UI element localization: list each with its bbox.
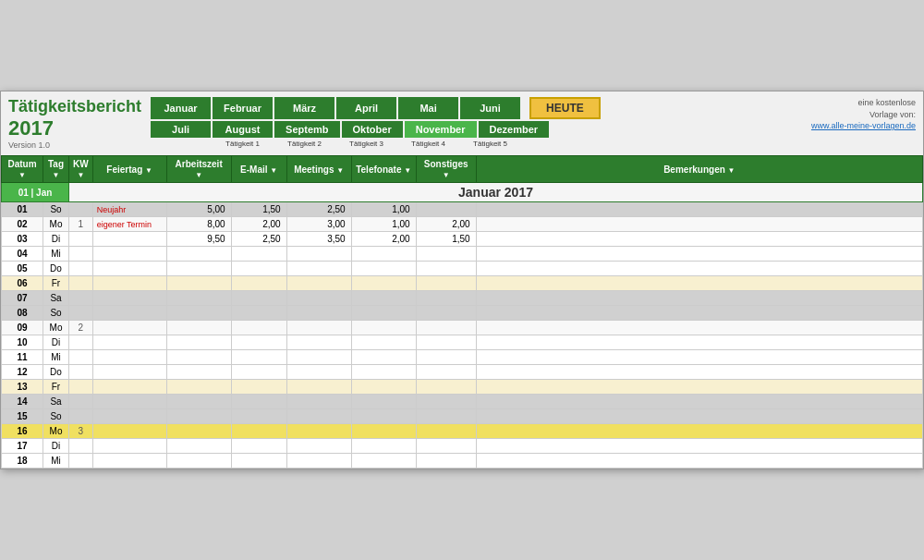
email-cell[interactable]: 2,00 (231, 217, 286, 232)
header-email[interactable]: E-Mail ▼ (231, 156, 286, 183)
telefonate-cell[interactable] (351, 365, 416, 380)
bemerkungen-cell[interactable] (476, 454, 922, 469)
feiertag-cell[interactable] (92, 380, 166, 395)
email-cell[interactable] (231, 424, 286, 439)
arbeitszeit-cell[interactable] (166, 454, 231, 469)
telefonate-cell[interactable] (351, 424, 416, 439)
sonstiges-cell[interactable]: 1,50 (416, 232, 476, 247)
kw-cell[interactable] (69, 247, 93, 262)
arbeitszeit-cell[interactable] (166, 424, 231, 439)
bemerkungen-cell[interactable] (476, 350, 922, 365)
day-cell[interactable]: Fr (43, 380, 69, 395)
bemerkungen-cell[interactable] (476, 202, 922, 217)
feiertag-cell[interactable]: eigener Termin (92, 217, 166, 232)
arbeitszeit-cell[interactable] (166, 276, 231, 291)
header-sonstiges[interactable]: Sonstiges ▼ (416, 156, 476, 183)
arbeitszeit-cell[interactable] (166, 306, 231, 321)
telefonate-cell[interactable]: 1,00 (351, 217, 416, 232)
meetings-cell[interactable] (286, 262, 351, 276)
sonstiges-cell[interactable] (416, 335, 476, 350)
date-cell[interactable]: 04 (2, 247, 43, 262)
kw-cell[interactable] (69, 335, 93, 350)
bemerkungen-cell[interactable] (476, 395, 922, 409)
day-cell[interactable]: Di (43, 335, 69, 350)
kw-cell[interactable] (69, 409, 93, 424)
arbeitszeit-cell[interactable] (166, 439, 231, 454)
kw-cell[interactable] (69, 291, 93, 306)
kw-cell[interactable] (69, 232, 93, 247)
telefonate-cell[interactable] (351, 291, 416, 306)
sonstiges-cell[interactable] (416, 395, 476, 409)
feiertag-cell[interactable] (92, 306, 166, 321)
sonstiges-cell[interactable] (416, 454, 476, 469)
month-okt[interactable]: Oktober (342, 121, 403, 138)
date-cell[interactable]: 16 (2, 424, 43, 439)
sonstiges-cell[interactable] (416, 365, 476, 380)
date-cell[interactable]: 07 (2, 291, 43, 306)
month-dez[interactable]: Dezember (479, 121, 550, 138)
telefonate-cell[interactable] (351, 276, 416, 291)
feiertag-cell[interactable] (92, 424, 166, 439)
sonstiges-cell[interactable] (416, 291, 476, 306)
email-cell[interactable] (231, 454, 286, 469)
arbeitszeit-cell[interactable]: 9,50 (166, 232, 231, 247)
kw-cell[interactable] (69, 276, 93, 291)
month-apr[interactable]: April (336, 97, 396, 119)
meetings-cell[interactable] (286, 276, 351, 291)
month-mai[interactable]: Mai (398, 97, 458, 119)
email-cell[interactable] (231, 380, 286, 395)
header-feiertag[interactable]: Feiertag ▼ (92, 156, 166, 183)
arbeitszeit-cell[interactable] (166, 380, 231, 395)
feiertag-cell[interactable] (92, 409, 166, 424)
meetings-cell[interactable] (286, 395, 351, 409)
date-cell[interactable]: 11 (2, 350, 43, 365)
bemerkungen-cell[interactable] (476, 232, 922, 247)
day-cell[interactable]: Do (43, 365, 69, 380)
meetings-cell[interactable] (286, 335, 351, 350)
feiertag-cell[interactable] (92, 276, 166, 291)
day-cell[interactable]: Sa (43, 291, 69, 306)
email-cell[interactable] (231, 276, 286, 291)
date-cell[interactable]: 05 (2, 262, 43, 276)
arbeitszeit-cell[interactable]: 8,00 (166, 217, 231, 232)
bemerkungen-cell[interactable] (476, 291, 922, 306)
day-cell[interactable]: Fr (43, 276, 69, 291)
bemerkungen-cell[interactable] (476, 335, 922, 350)
email-cell[interactable] (231, 262, 286, 276)
meetings-cell[interactable] (286, 321, 351, 335)
feiertag-cell[interactable]: Neujahr (92, 202, 166, 217)
email-cell[interactable] (231, 321, 286, 335)
email-cell[interactable] (231, 439, 286, 454)
meetings-cell[interactable] (286, 380, 351, 395)
feiertag-cell[interactable] (92, 439, 166, 454)
bemerkungen-cell[interactable] (476, 247, 922, 262)
arbeitszeit-cell[interactable]: 5,00 (166, 202, 231, 217)
sonstiges-cell[interactable] (416, 380, 476, 395)
meetings-cell[interactable] (286, 424, 351, 439)
header-datum[interactable]: Datum ▼ (2, 156, 43, 183)
month-mar[interactable]: März (274, 97, 334, 119)
date-cell[interactable]: 02 (2, 217, 43, 232)
day-cell[interactable]: Mi (43, 350, 69, 365)
kw-cell[interactable] (69, 202, 93, 217)
meetings-cell[interactable] (286, 365, 351, 380)
bemerkungen-cell[interactable] (476, 365, 922, 380)
email-cell[interactable] (231, 291, 286, 306)
day-cell[interactable]: Di (43, 232, 69, 247)
bemerkungen-cell[interactable] (476, 409, 922, 424)
date-cell[interactable]: 12 (2, 365, 43, 380)
feiertag-cell[interactable] (92, 395, 166, 409)
month-nov[interactable]: November (405, 121, 477, 138)
month-jun[interactable]: Juni (460, 97, 520, 119)
sonstiges-cell[interactable] (416, 321, 476, 335)
meetings-cell[interactable]: 2,50 (286, 202, 351, 217)
month-aug[interactable]: August (213, 121, 273, 138)
kw-cell[interactable] (69, 262, 93, 276)
day-cell[interactable]: Mo (43, 321, 69, 335)
header-kw[interactable]: KW ▼ (69, 156, 93, 183)
bemerkungen-cell[interactable] (476, 262, 922, 276)
email-cell[interactable] (231, 409, 286, 424)
day-cell[interactable]: So (43, 409, 69, 424)
sonstiges-cell[interactable] (416, 424, 476, 439)
arbeitszeit-cell[interactable] (166, 350, 231, 365)
